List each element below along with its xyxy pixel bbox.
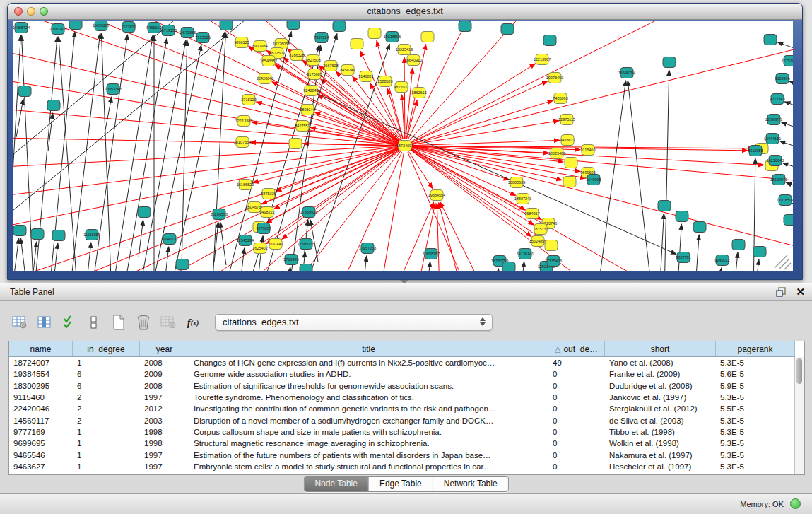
graph-node-label: 9463627 (560, 138, 575, 142)
table-vertical-scrollbar[interactable] (794, 357, 804, 474)
graph-node-label: 10025488 (548, 151, 565, 156)
tab-edge-table[interactable]: Edge Table (369, 477, 433, 491)
table-panel-titlebar[interactable]: Table Panel ✕ (0, 283, 812, 301)
graph-edge (170, 33, 225, 271)
table-row[interactable]: 946554611997Estimation of the future num… (9, 449, 795, 460)
graph-node-label: 15751074 (782, 59, 793, 63)
table-row[interactable]: 1938455462009Genome-wide association stu… (9, 368, 795, 380)
column-header[interactable]: △out_de… (548, 341, 605, 356)
graph-node[interactable] (658, 201, 671, 211)
graph-node-label: 17957253 (359, 246, 376, 250)
graph-node[interactable] (138, 207, 151, 218)
graph-node[interactable] (543, 35, 556, 46)
new-table-icon[interactable] (110, 314, 127, 331)
graph-node[interactable] (333, 21, 346, 32)
graph-edge (439, 203, 462, 271)
select-rows-icon[interactable] (61, 314, 78, 331)
scrollbar-thumb[interactable] (796, 358, 802, 384)
table-cell: Changes of HCN gene expression and I(f) … (189, 358, 548, 367)
graph-node[interactable] (69, 21, 82, 30)
table-cell: 0 (548, 416, 605, 425)
column-header[interactable]: in_degree (73, 341, 140, 356)
graph-node-label: 1588520 (377, 79, 392, 83)
graph-node[interactable] (351, 39, 363, 49)
table-row[interactable]: 946362711997Embryonic stem cells: a mode… (9, 461, 795, 472)
graph-node[interactable] (693, 222, 706, 233)
table-row[interactable]: 977716911998Corpus callosum shape and si… (9, 426, 795, 438)
table-cell: 22420046 (9, 404, 73, 413)
graph-node[interactable] (31, 229, 44, 240)
table-row[interactable]: 1456911722003Disruption of a novel membe… (9, 414, 795, 426)
table-cell: Disruption of a novel member of a sodium… (189, 416, 548, 425)
table-row[interactable]: 2242004622012Investigating the contribut… (9, 403, 795, 414)
tab-node-table[interactable]: Node Table (304, 477, 369, 491)
tab-network-table[interactable]: Network Table (433, 477, 508, 491)
table-cell: 6 (73, 382, 140, 390)
network-view[interactable]: 1872400719384554986012589129341822605898… (13, 21, 793, 271)
column-header[interactable]: name (9, 341, 73, 356)
minimize-window-button[interactable] (27, 7, 35, 16)
column-header[interactable]: short (605, 341, 716, 356)
window-titlebar[interactable]: citations_edges.txt (8, 4, 802, 20)
memory-status-label: Memory: OK (740, 500, 784, 508)
graph-node[interactable] (663, 57, 676, 68)
table-row[interactable]: 1872400712008Changes of HCN gene express… (9, 357, 795, 368)
table-cell: Embryonic stem cells: a model to study s… (189, 462, 548, 471)
graph-node[interactable] (732, 240, 745, 250)
table-cell: 2008 (140, 358, 189, 367)
table-row[interactable]: 911546021997Tourette syndrome. Phenomeno… (9, 392, 795, 403)
graph-node[interactable] (52, 230, 65, 241)
row-height-icon[interactable] (86, 314, 102, 331)
graph-node[interactable] (300, 264, 312, 271)
graph-node-label: 2718120 (241, 98, 256, 102)
graph-node[interactable] (18, 86, 31, 97)
graph-node-label: 12213382 (235, 119, 252, 123)
column-header[interactable]: pagerank (716, 341, 795, 356)
column-header[interactable]: year (140, 341, 189, 356)
graph-node-label: 12975115 (558, 117, 575, 122)
table-cell: 5.3E-5 (716, 439, 795, 448)
show-columns-icon[interactable] (36, 314, 53, 331)
graph-node[interactable] (784, 215, 793, 226)
graph-node-label: 18807243 (514, 197, 531, 201)
column-header[interactable]: title (189, 341, 548, 356)
graph-node[interactable] (501, 24, 514, 35)
graph-node[interactable] (289, 139, 302, 149)
table-cell: Dudbridge et al. (2008) (605, 382, 716, 390)
graph-node[interactable] (502, 262, 515, 271)
network-graph[interactable]: 1872400719384554986012589129341822605898… (13, 21, 793, 271)
zoom-window-button[interactable] (40, 7, 48, 16)
graph-node[interactable] (764, 35, 777, 45)
table-cell: 1997 (140, 393, 189, 402)
graph-node[interactable] (220, 21, 233, 30)
graph-node[interactable] (459, 21, 471, 32)
graph-node[interactable] (421, 32, 434, 42)
graph-node[interactable] (753, 247, 766, 257)
graph-node[interactable] (676, 211, 688, 222)
graph-edge (412, 42, 793, 144)
delete-table-icon[interactable] (135, 314, 152, 331)
table-cell: 9115460 (9, 393, 73, 402)
graph-node[interactable] (565, 158, 577, 168)
graph-node-label: 12213967 (534, 57, 551, 62)
float-panel-icon[interactable] (775, 286, 787, 298)
table-row[interactable]: 969969511998Structural magnetic resonanc… (9, 438, 795, 449)
function-builder-icon[interactable]: f(x) (184, 314, 201, 331)
graph-node[interactable] (368, 28, 381, 39)
graph-node-label: 16648784 (618, 71, 635, 75)
resize-grip-icon[interactable] (775, 255, 791, 269)
table-selector-dropdown[interactable]: citations_edges.txt (215, 314, 493, 331)
table-settings-icon[interactable] (11, 314, 28, 331)
graph-node-label: 10958187 (423, 252, 440, 256)
graph-node[interactable] (13, 226, 26, 236)
graph-node[interactable] (47, 100, 60, 111)
graph-node[interactable] (287, 21, 300, 30)
graph-node[interactable] (176, 259, 189, 270)
table-row[interactable]: 1830029562008Estimation of significance … (9, 380, 795, 392)
table-cell: 49 (548, 358, 605, 367)
graph-node[interactable] (545, 240, 558, 251)
graph-node-label: 1640995 (586, 177, 601, 182)
close-window-button[interactable] (14, 7, 23, 16)
graph-node[interactable] (563, 177, 576, 187)
close-panel-icon[interactable]: ✕ (796, 286, 805, 298)
